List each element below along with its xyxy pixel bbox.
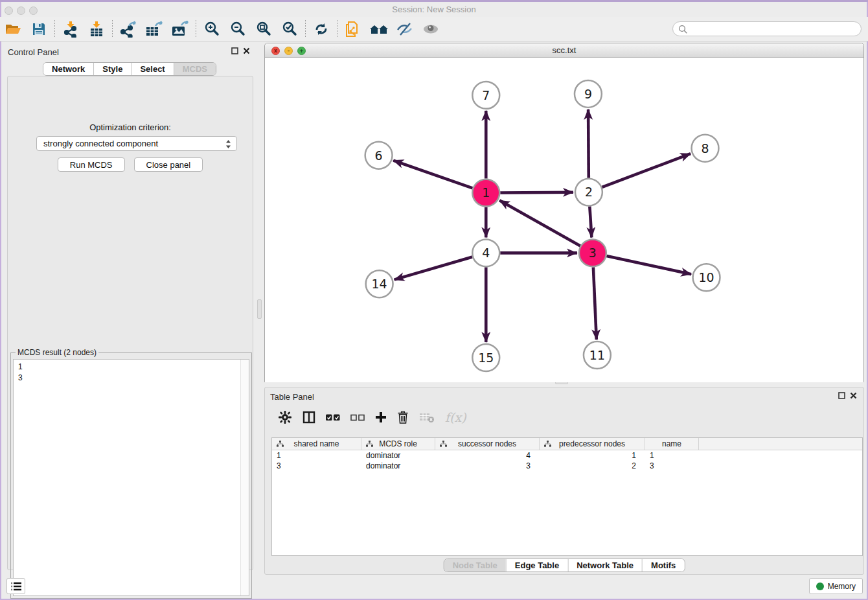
result-scrollbar[interactable] bbox=[240, 360, 249, 595]
deselect-all-icon[interactable] bbox=[350, 413, 365, 421]
cell-shared-name[interactable]: 1 bbox=[272, 451, 361, 460]
tab-network-table[interactable]: Network Table bbox=[567, 559, 642, 571]
edge-1-6[interactable] bbox=[393, 161, 472, 189]
open-file-button[interactable] bbox=[0, 19, 26, 40]
delete-table-icon-disabled bbox=[419, 411, 435, 423]
first-neighbors-button[interactable] bbox=[366, 19, 392, 40]
table-row[interactable]: 1dominator411 bbox=[272, 450, 862, 461]
toolbar-separator bbox=[54, 20, 55, 38]
network-graph: 7968124314101511 bbox=[265, 58, 863, 382]
toolbar-separator bbox=[112, 20, 113, 38]
network-window-titlebar[interactable]: x - + scc.txt bbox=[265, 43, 863, 58]
tab-edge-table[interactable]: Edge Table bbox=[506, 559, 567, 571]
gear-icon[interactable] bbox=[278, 410, 292, 424]
optimization-criterion-label: Optimization criterion: bbox=[8, 122, 253, 132]
hide-selected-button[interactable] bbox=[392, 19, 418, 40]
export-table-button[interactable] bbox=[141, 19, 167, 40]
toolbar-separator bbox=[196, 20, 196, 38]
edge-1-2[interactable] bbox=[500, 192, 573, 193]
node-label-2: 2 bbox=[585, 185, 593, 199]
export-image-button[interactable] bbox=[167, 19, 193, 40]
tab-style[interactable]: Style bbox=[93, 63, 131, 75]
close-panel-button[interactable]: Close panel bbox=[134, 157, 203, 172]
export-network-button[interactable] bbox=[115, 19, 141, 40]
task-history-button[interactable] bbox=[6, 578, 25, 594]
edge-2-3[interactable] bbox=[589, 207, 591, 238]
toolbar-separator bbox=[305, 20, 306, 38]
float-panel-icon[interactable] bbox=[231, 47, 238, 54]
network-canvas[interactable]: 7968124314101511 bbox=[265, 58, 863, 382]
column-header-successor-nodes[interactable]: successor nodes bbox=[435, 438, 540, 450]
cell-MCDS-role[interactable]: dominator bbox=[361, 461, 435, 470]
memory-button[interactable]: Memory bbox=[809, 578, 863, 594]
node-label-6: 6 bbox=[375, 148, 383, 163]
cell-name[interactable]: 3 bbox=[645, 461, 699, 470]
select-all-icon[interactable] bbox=[326, 413, 340, 421]
close-panel-icon[interactable] bbox=[243, 47, 250, 54]
memory-label: Memory bbox=[828, 582, 856, 591]
float-panel-icon[interactable] bbox=[838, 392, 845, 399]
export-network-icon bbox=[120, 21, 137, 38]
cell-MCDS-role[interactable]: dominator bbox=[361, 451, 435, 460]
tab-node-table[interactable]: Node Table bbox=[444, 559, 506, 571]
tab-motifs[interactable]: Motifs bbox=[642, 559, 684, 571]
control-panel-title: Control Panel bbox=[8, 47, 59, 57]
tab-mcds[interactable]: MCDS bbox=[174, 63, 216, 75]
column-view-icon[interactable] bbox=[303, 411, 315, 424]
import-table-button[interactable] bbox=[84, 19, 109, 40]
node-label-15: 15 bbox=[478, 351, 494, 365]
import-network-button[interactable] bbox=[58, 19, 84, 40]
mcds-result-legend: MCDS result (2 nodes) bbox=[16, 348, 98, 357]
zoom-selected-button[interactable] bbox=[277, 19, 303, 40]
edge-3-1[interactable] bbox=[499, 200, 580, 246]
import-table-icon bbox=[89, 21, 104, 38]
mcds-tab-content: Optimization criterion: strongly connect… bbox=[7, 76, 253, 570]
cell-name[interactable]: 1 bbox=[645, 451, 699, 460]
criterion-select[interactable]: strongly connected component bbox=[36, 136, 237, 151]
node-table[interactable]: shared nameMCDS rolesuccessor nodesprede… bbox=[271, 437, 863, 556]
column-header-shared-name[interactable]: shared name bbox=[272, 438, 361, 450]
criterion-value: strongly connected component bbox=[43, 139, 158, 148]
houses-icon bbox=[369, 21, 389, 37]
tab-select[interactable]: Select bbox=[131, 63, 173, 75]
node-label-7: 7 bbox=[482, 88, 490, 102]
copy-network-button[interactable] bbox=[340, 19, 366, 40]
toolbar-separator bbox=[337, 20, 337, 38]
trash-icon[interactable] bbox=[397, 411, 409, 424]
zoom-in-button[interactable] bbox=[199, 19, 225, 40]
refresh-icon bbox=[313, 21, 330, 38]
table-row[interactable]: 3dominator323 bbox=[272, 461, 862, 471]
mcds-result-list[interactable]: 1 3 bbox=[13, 359, 249, 596]
network-window-title: scc.txt bbox=[265, 45, 863, 55]
control-panel-tabs: NetworkStyleSelectMCDS bbox=[43, 62, 216, 76]
run-mcds-button[interactable]: Run MCDS bbox=[58, 157, 125, 172]
refresh-button[interactable] bbox=[308, 19, 334, 40]
add-icon[interactable] bbox=[375, 411, 387, 423]
edge-3-10[interactable] bbox=[606, 256, 691, 274]
cell-predecessor-nodes[interactable]: 1 bbox=[540, 451, 645, 460]
edge-2-8[interactable] bbox=[602, 154, 691, 187]
save-session-button[interactable] bbox=[26, 19, 52, 40]
cell-successor-nodes[interactable]: 4 bbox=[435, 451, 540, 460]
column-header-predecessor-nodes[interactable]: predecessor nodes bbox=[540, 438, 645, 450]
show-all-button[interactable] bbox=[418, 19, 444, 40]
node-label-3: 3 bbox=[589, 246, 597, 260]
column-header-name[interactable]: name bbox=[645, 438, 699, 450]
column-header-MCDS-role[interactable]: MCDS role bbox=[361, 438, 435, 450]
cell-shared-name[interactable]: 3 bbox=[272, 461, 361, 470]
zoom-fit-button[interactable] bbox=[251, 19, 277, 40]
zoom-selected-icon bbox=[281, 21, 298, 38]
tab-network[interactable]: Network bbox=[43, 63, 93, 75]
close-panel-icon[interactable] bbox=[850, 392, 857, 399]
zoom-out-button[interactable] bbox=[225, 19, 251, 40]
cell-successor-nodes[interactable]: 3 bbox=[435, 461, 540, 470]
cell-predecessor-nodes[interactable]: 2 bbox=[540, 461, 645, 470]
network-view-window: x - + scc.txt 7968124314101511 bbox=[264, 43, 864, 382]
vertical-splitter-handle[interactable] bbox=[257, 299, 262, 319]
edge-2-9[interactable] bbox=[588, 110, 589, 178]
node-label-11: 11 bbox=[589, 348, 605, 362]
window-title: Session: New Session bbox=[0, 5, 868, 14]
edge-3-11[interactable] bbox=[593, 267, 597, 340]
edge-4-14[interactable] bbox=[394, 257, 473, 280]
search-input[interactable] bbox=[690, 23, 855, 35]
